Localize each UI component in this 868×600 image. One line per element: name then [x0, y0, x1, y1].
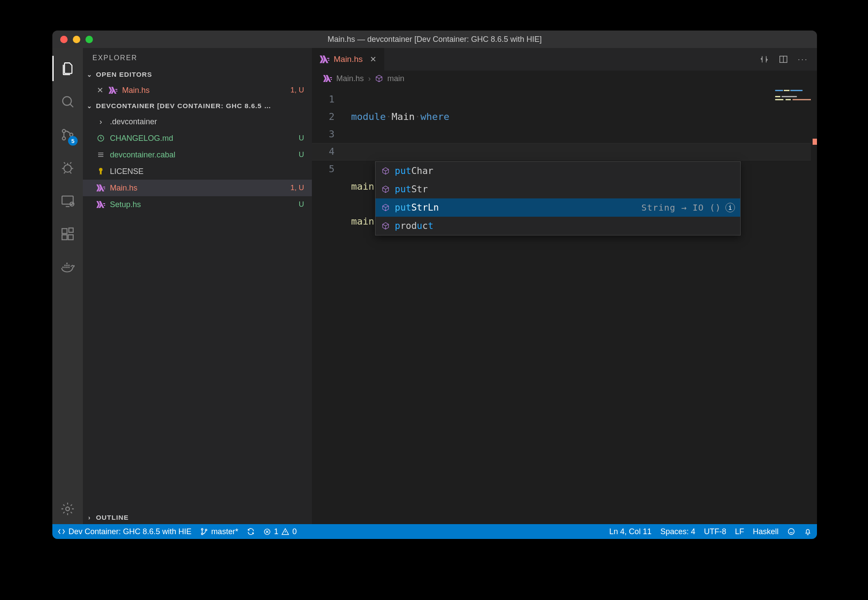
scm-badge: 5 [68, 136, 78, 146]
file-tree-item[interactable]: Setup.hs U [83, 196, 312, 213]
file-icon [96, 151, 106, 158]
license-icon [96, 167, 106, 175]
body: 5 EXPLORER ⌄ OPEN EDITORS [52, 48, 817, 524]
svg-rect-9 [68, 235, 73, 239]
remote-explorer-icon [60, 194, 75, 208]
cursor-position[interactable]: Ln 4, Col 11 [609, 527, 652, 536]
tok: where [420, 111, 449, 122]
warning-count: 0 [292, 527, 297, 536]
changelog-icon [96, 134, 106, 142]
tok: Main [392, 111, 415, 122]
notifications-button[interactable] [804, 528, 812, 535]
line-number: 1 [312, 91, 335, 108]
breadcrumb[interactable]: Main.hs › main [312, 71, 817, 86]
cube-icon [375, 75, 383, 82]
svg-point-17 [205, 529, 207, 531]
encoding[interactable]: UTF-8 [704, 527, 726, 536]
remote-indicator[interactable]: Dev Container: GHC 8.6.5 with HIE [58, 527, 191, 536]
file-name: Setup.hs [110, 200, 294, 209]
line-number: 3 [312, 126, 335, 143]
tabs-row: Main.hs ✕ ··· [312, 48, 817, 71]
svg-point-19 [788, 528, 794, 535]
minimize-window-button[interactable] [73, 36, 80, 43]
overview-ruler[interactable] [811, 86, 817, 524]
file-tree-item[interactable]: Main.hs 1, U [83, 180, 312, 196]
activity-search[interactable] [52, 86, 83, 117]
more-icon[interactable]: ··· [798, 55, 808, 64]
file-tree-folder[interactable]: › .devcontainer [83, 113, 312, 130]
file-tree-item[interactable]: CHANGELOG.md U [83, 130, 312, 147]
eol[interactable]: LF [735, 527, 744, 536]
svg-rect-10 [69, 228, 73, 232]
close-icon[interactable]: ✕ [96, 85, 104, 95]
file-status: U [299, 134, 306, 143]
chevron-down-icon: ⌄ [85, 71, 93, 78]
open-editors-header[interactable]: ⌄ OPEN EDITORS [83, 68, 312, 81]
workspace-header[interactable]: ⌄ DEVCONTAINER [DEV CONTAINER: GHC 8.6.5… [83, 99, 312, 112]
svg-point-13 [99, 168, 103, 171]
window-title: Main.hs — devcontainer [Dev Container: G… [52, 35, 817, 44]
editor-body[interactable]: 1 2 3 4 5 module·Main·where main·::·IO·(… [312, 86, 817, 524]
suggest-item[interactable]: product [376, 217, 740, 235]
chevron-right-icon: › [368, 74, 371, 83]
titlebar: Main.hs — devcontainer [Dev Container: G… [52, 31, 817, 48]
activity-docker[interactable] [52, 252, 83, 283]
gear-icon [60, 501, 75, 516]
minimap[interactable] [775, 90, 814, 107]
remote-label: Dev Container: GHC 8.6.5 with HIE [68, 527, 191, 536]
sidebar-title: EXPLORER [83, 48, 312, 68]
workspace-label: DEVCONTAINER [DEV CONTAINER: GHC 8.6.5 … [96, 102, 271, 110]
open-editor-name: Main.hs [122, 86, 286, 95]
sync-button[interactable] [247, 528, 255, 535]
chevron-right-icon: › [96, 117, 106, 126]
activity-settings[interactable] [52, 494, 83, 524]
sidebar: EXPLORER ⌄ OPEN EDITORS ✕ Main.hs 1, U ⌄… [83, 48, 312, 524]
bug-icon [60, 160, 75, 175]
split-editor-icon[interactable] [779, 55, 788, 64]
file-name: .devcontainer [110, 117, 300, 126]
haskell-icon [323, 75, 332, 82]
file-tree-item[interactable]: devcontainer.cabal U [83, 147, 312, 163]
suggest-item[interactable]: putStr [376, 180, 740, 198]
cube-icon [381, 222, 390, 230]
activity-remote[interactable] [52, 186, 83, 216]
tab-main-hs[interactable]: Main.hs ✕ [312, 48, 385, 71]
indentation[interactable]: Spaces: 4 [660, 527, 695, 536]
compare-icon[interactable] [759, 55, 769, 64]
info-icon[interactable]: i [725, 203, 735, 212]
file-tree-item[interactable]: LICENSE [83, 163, 312, 180]
remote-icon [58, 528, 65, 535]
problems-indicator[interactable]: 1 0 [263, 527, 297, 536]
editor-area: Main.hs ✕ ··· Main.hs [312, 48, 817, 524]
breadcrumb-symbol: main [387, 74, 404, 83]
file-status: U [299, 200, 306, 209]
svg-rect-7 [62, 228, 67, 233]
svg-point-16 [202, 533, 203, 535]
traffic-lights [60, 36, 93, 43]
suggest-detail: String → IO () [641, 202, 721, 213]
svg-rect-8 [62, 235, 67, 239]
breadcrumb-file: Main.hs [336, 74, 364, 83]
maximize-window-button[interactable] [85, 36, 93, 43]
outline-header[interactable]: › OUTLINE [83, 511, 312, 524]
activity-explorer[interactable] [52, 53, 83, 84]
close-window-button[interactable] [60, 36, 68, 43]
haskell-icon [108, 87, 118, 94]
tok: main [351, 181, 374, 192]
svg-point-2 [62, 137, 65, 140]
open-editor-item[interactable]: ✕ Main.hs 1, U [83, 82, 312, 99]
suggest-item[interactable]: putChar [376, 162, 740, 180]
activity-scm[interactable]: 5 [52, 119, 83, 150]
activity-bar: 5 [52, 48, 83, 524]
git-branch[interactable]: master* [200, 527, 238, 536]
suggest-item-selected[interactable]: putStrLn String → IO () i [376, 198, 740, 217]
haskell-icon [96, 184, 106, 191]
suggest-widget[interactable]: putChar putStr putStrLn String → IO () i [375, 161, 741, 235]
activity-extensions[interactable] [52, 219, 83, 249]
activity-debug[interactable] [52, 153, 83, 183]
feedback-button[interactable] [787, 528, 795, 535]
close-icon[interactable]: ✕ [370, 55, 376, 64]
language-mode[interactable]: Haskell [753, 527, 779, 536]
smiley-icon [787, 528, 795, 535]
line-number: 2 [312, 108, 335, 126]
